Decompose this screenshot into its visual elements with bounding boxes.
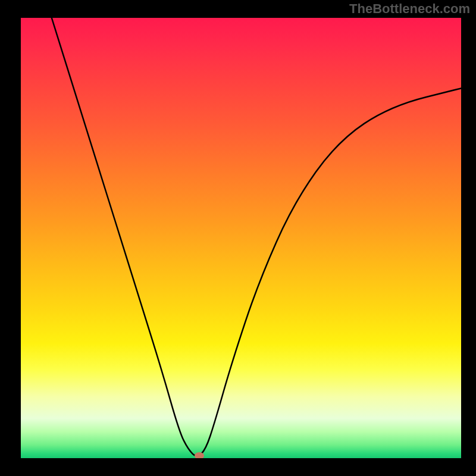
attribution-text: TheBottleneck.com bbox=[349, 1, 470, 17]
bottleneck-curve bbox=[21, 18, 461, 458]
chart-plot-area bbox=[21, 18, 461, 458]
minimum-marker bbox=[195, 452, 204, 458]
